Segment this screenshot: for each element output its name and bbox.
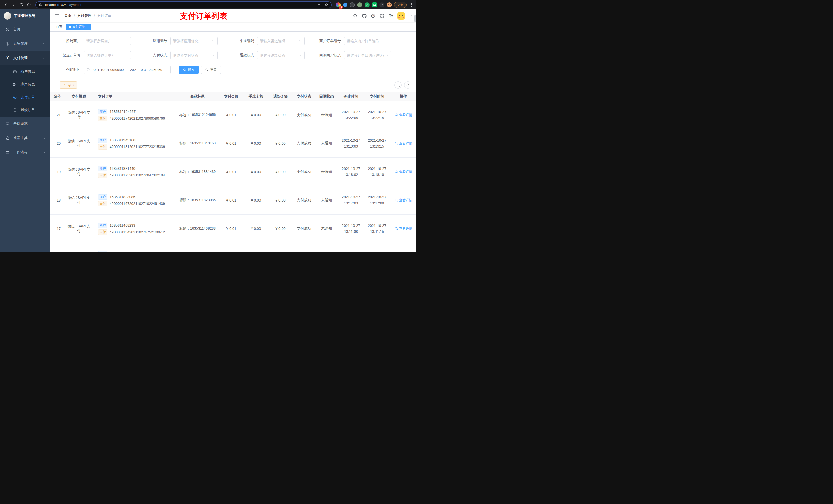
sidebar-item-pay-order[interactable]: 支付订单 (0, 91, 50, 104)
sidebar-item-label: 支付订单 (21, 95, 35, 100)
merchant-order-no-filter[interactable] (344, 37, 391, 45)
order-id-cell: 21 (50, 113, 64, 117)
refund-amount-cell: ¥ 0.00 (268, 226, 293, 231)
column-header: 支付时间 (364, 94, 390, 99)
pay-channel-cell: 微信 JSAPI 支付 (64, 196, 94, 205)
view-detail-link[interactable]: 查看详情 (395, 113, 412, 117)
filter-label: 退款状态 (230, 53, 254, 57)
view-detail-link[interactable]: 查看详情 (395, 141, 412, 146)
refund-status-filter-input[interactable] (260, 53, 298, 57)
orders-table: 编号 支付渠道 支付订单 商品标题 支付金额 手续金额 退款金额 支付状态 回调… (50, 92, 416, 252)
sidebar-toggle-icon[interactable] (54, 13, 60, 19)
notify-status-filter-input[interactable] (347, 53, 384, 57)
update-button[interactable]: 更新 (394, 2, 406, 8)
app-no-filter[interactable] (170, 37, 218, 45)
sidebar-item-merchant-info[interactable]: 商户信息 (0, 65, 50, 78)
sidebar-item-devtools[interactable]: 研发工具 (0, 131, 50, 145)
channel-order-no-filter-input[interactable] (86, 53, 128, 57)
refresh-table-icon[interactable] (404, 81, 411, 89)
pay-status-cell: 支付成功 (293, 141, 315, 146)
merchant-filter[interactable] (84, 37, 131, 45)
channel-code-filter-input[interactable] (260, 39, 298, 43)
home-icon[interactable] (26, 2, 32, 8)
pay-time-cell: 2021-10-27 13:18:10 (364, 166, 390, 178)
yen-icon: ¥ (5, 56, 10, 60)
merchant-order-no-filter-input[interactable] (347, 39, 388, 43)
sidebar-item-app-info[interactable]: 应用信息 (0, 78, 50, 91)
extension-icon[interactable] (372, 2, 377, 7)
forward-icon[interactable] (10, 2, 17, 8)
extension-icon[interactable] (379, 2, 384, 7)
url-host: localhost:1024 (45, 3, 67, 7)
breadcrumb-home[interactable]: 首页 (64, 14, 71, 18)
column-header: 编号 (50, 94, 64, 99)
sidebar-item-pay[interactable]: ¥ 支付管理 (0, 51, 50, 65)
tab-pay-order[interactable]: 支付订单 (66, 24, 91, 30)
scrollbar-thumb[interactable] (414, 15, 416, 22)
site-info-icon[interactable] (38, 2, 44, 8)
sidebar-item-workflow[interactable]: 工作流程 (0, 145, 50, 160)
pay-status-filter-input[interactable] (173, 53, 211, 57)
fee-amount-cell: ¥ 0.00 (244, 226, 268, 231)
extension-icon[interactable] (357, 2, 362, 7)
avatar-caret-icon[interactable] (409, 14, 412, 18)
product-title-cell: 标题：1635311468233 (176, 226, 219, 231)
fullscreen-icon[interactable] (380, 14, 384, 18)
reset-button[interactable]: 重置 (201, 66, 221, 74)
close-icon[interactable] (86, 26, 89, 28)
pay-order-no: 4200001174202110278060590766 (110, 116, 165, 120)
extension-icon[interactable] (350, 2, 355, 7)
column-header: 创建时间 (338, 94, 364, 99)
sidebar-item-refund-order[interactable]: 退款订单 (0, 104, 50, 117)
channel-code-filter[interactable] (257, 37, 305, 45)
filter-label: 创建时间 (56, 67, 80, 72)
table-body: 21 微信 JSAPI 支付 商户 1635312124657 支付 42000… (50, 101, 416, 252)
tab-home[interactable]: 首页 (53, 24, 65, 30)
app-no-filter-input[interactable] (173, 39, 211, 43)
pay-status-filter[interactable] (170, 51, 218, 59)
bookmark-star-icon[interactable] (324, 2, 329, 8)
help-icon[interactable]: ? (371, 14, 376, 18)
browser-menu-icon[interactable] (409, 3, 414, 7)
create-time-range-picker[interactable]: 2021-10-01 00:00:00 - 2021-10-31 23:59:5… (84, 66, 171, 74)
github-icon[interactable] (362, 14, 366, 18)
extension-icon[interactable] (387, 2, 392, 7)
view-detail-link[interactable]: 查看详情 (395, 170, 412, 174)
address-bar[interactable]: localhost:1024/pay/order (35, 1, 332, 8)
url-path: /pay/order (67, 3, 82, 7)
export-button[interactable]: 导出 (60, 81, 77, 89)
search-icon[interactable] (353, 14, 358, 18)
sidebar-item-infra[interactable]: 基础设施 (0, 117, 50, 131)
fee-amount-cell: ¥ 0.00 (244, 170, 268, 174)
extension-icon[interactable] (364, 2, 370, 7)
channel-order-no-filter[interactable] (84, 51, 131, 59)
merchant-filter-input[interactable] (86, 39, 128, 43)
chevron-down-icon (299, 54, 302, 57)
refund-status-filter[interactable] (257, 51, 305, 59)
user-avatar[interactable] (397, 12, 405, 20)
back-icon[interactable] (3, 2, 9, 8)
view-detail-label: 查看详情 (399, 113, 412, 117)
sidebar-item-label: 首页 (13, 27, 21, 32)
sidebar-item-system[interactable]: 系统管理 (0, 37, 50, 51)
toggle-search-icon[interactable] (395, 81, 402, 89)
sidebar-item-home[interactable]: 首页 (0, 22, 50, 37)
view-detail-link[interactable]: 查看详情 (395, 226, 412, 231)
pay-time-cell: 2021-10-27 13:17:08 (364, 194, 390, 206)
reload-icon[interactable] (18, 2, 25, 8)
breadcrumb-pay[interactable]: 支付管理 (77, 14, 91, 18)
font-size-icon[interactable]: TT (389, 14, 393, 18)
share-icon[interactable] (316, 2, 322, 8)
app-title: 芋道管理系统 (14, 14, 35, 18)
extension-icon[interactable] (343, 3, 347, 7)
notify-status-filter[interactable] (344, 51, 391, 59)
search-button-label: 搜索 (188, 67, 194, 72)
app-logo[interactable]: 芋道管理系统 (0, 9, 50, 22)
table-header: 编号 支付渠道 支付订单 商品标题 支付金额 手续金额 退款金额 支付状态 回调… (50, 92, 416, 101)
view-detail-link[interactable]: 查看详情 (395, 198, 412, 202)
date-range-separator: - (125, 68, 128, 72)
extension-icon[interactable]: 10 (336, 2, 341, 7)
merchant-badge: 商户 (98, 194, 107, 200)
column-header: 支付渠道 (64, 94, 94, 99)
search-button[interactable]: 搜索 (179, 66, 198, 74)
